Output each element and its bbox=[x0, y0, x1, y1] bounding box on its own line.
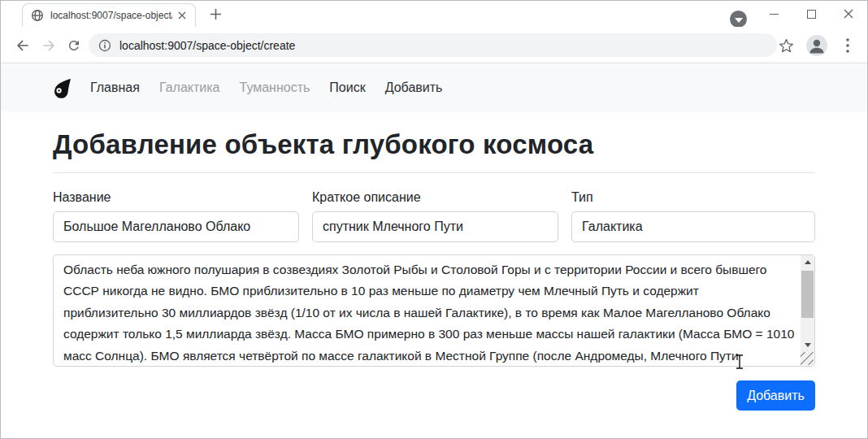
submit-add-button[interactable]: Добавить bbox=[736, 380, 815, 411]
refresh-icon[interactable] bbox=[63, 34, 85, 57]
type-label: Тип bbox=[571, 190, 815, 205]
site-navbar: Главная Галактика Туманность Поиск Добав… bbox=[1, 64, 867, 111]
nav-links: Главная Галактика Туманность Поиск Добав… bbox=[90, 80, 442, 95]
scrollbar-thumb[interactable] bbox=[801, 271, 814, 318]
bookmark-star-icon[interactable] bbox=[775, 34, 797, 57]
short-description-input[interactable] bbox=[312, 211, 558, 242]
tab-title: localhost:9007/space-object/crea bbox=[50, 10, 172, 21]
nav-item-galaxy[interactable]: Галактика bbox=[159, 80, 220, 95]
scroll-up-icon[interactable] bbox=[801, 255, 814, 269]
back-icon[interactable] bbox=[11, 34, 34, 57]
chrome-update-icon[interactable] bbox=[730, 11, 747, 28]
globe-favicon-icon bbox=[31, 9, 44, 22]
name-field-group: Название bbox=[53, 190, 299, 242]
forward-icon[interactable] bbox=[37, 34, 60, 57]
browser-toolbar: localhost:9007/space-object/create bbox=[1, 27, 867, 63]
url-bar[interactable]: localhost:9007/space-object/create bbox=[89, 33, 777, 57]
menu-dots-icon[interactable] bbox=[836, 34, 859, 57]
nav-item-search[interactable]: Поиск bbox=[329, 80, 365, 95]
tab-close-icon[interactable] bbox=[176, 9, 189, 22]
browser-window: localhost:9007/space-object/crea bbox=[0, 0, 868, 439]
nav-item-home[interactable]: Главная bbox=[90, 80, 140, 95]
minimize-button[interactable] bbox=[755, 1, 792, 27]
short-description-label: Краткое описание bbox=[312, 190, 558, 205]
profile-avatar-icon[interactable] bbox=[805, 34, 828, 57]
scroll-down-icon[interactable] bbox=[801, 338, 814, 352]
new-tab-icon[interactable] bbox=[209, 7, 223, 21]
page-title: Добавление объекта глубокого космоса bbox=[53, 129, 593, 160]
type-input[interactable] bbox=[571, 211, 815, 242]
maximize-button[interactable] bbox=[792, 1, 830, 27]
short-description-field-group: Краткое описание bbox=[312, 190, 558, 242]
textarea-scrollbar[interactable] bbox=[801, 255, 814, 352]
type-field-group: Тип bbox=[571, 190, 815, 242]
comet-logo-icon[interactable] bbox=[51, 77, 72, 98]
nav-item-nebula[interactable]: Туманность bbox=[240, 80, 310, 95]
name-label: Название bbox=[53, 190, 299, 205]
text-cursor bbox=[735, 354, 744, 372]
url-text[interactable]: localhost:9007/space-object/create bbox=[119, 39, 295, 52]
page-content: Главная Галактика Туманность Поиск Добав… bbox=[1, 64, 867, 439]
name-input[interactable] bbox=[53, 211, 299, 242]
nav-item-add[interactable]: Добавить bbox=[385, 80, 443, 95]
description-textarea[interactable]: Область неба южного полушария в созвезди… bbox=[53, 254, 815, 367]
resize-grip[interactable] bbox=[801, 352, 814, 365]
close-button[interactable] bbox=[830, 1, 867, 27]
tab-strip: localhost:9007/space-object/crea bbox=[1, 1, 867, 27]
window-controls bbox=[755, 1, 867, 27]
description-text[interactable]: Область неба южного полушария в созвезди… bbox=[54, 255, 800, 366]
title-divider bbox=[53, 172, 815, 173]
browser-tab[interactable]: localhost:9007/space-object/crea bbox=[22, 3, 196, 27]
site-info-icon[interactable] bbox=[98, 39, 111, 52]
